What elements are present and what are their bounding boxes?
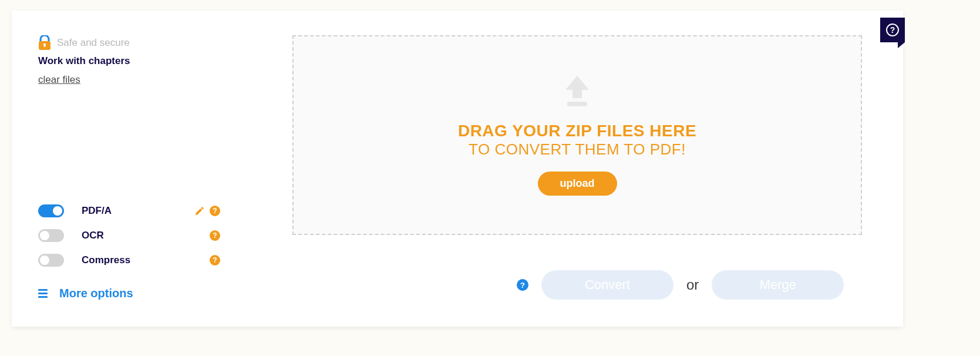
svg-rect-3 — [567, 102, 587, 106]
safe-secure-label: Safe and secure — [57, 37, 130, 49]
convert-button[interactable]: Convert — [541, 270, 673, 300]
corner-help-button[interactable]: ? — [880, 18, 905, 42]
work-with-chapters-label: Work with chapters — [38, 55, 261, 67]
svg-rect-2 — [44, 45, 45, 47]
clear-files-link[interactable]: clear files — [38, 74, 80, 86]
safe-secure-row: Safe and secure — [38, 35, 261, 51]
more-options-button[interactable]: More options — [38, 287, 133, 300]
upload-button[interactable]: upload — [538, 172, 617, 196]
toggle-label-ocr: OCR — [82, 230, 210, 241]
left-column: Safe and secure Work with chapters clear… — [38, 35, 261, 86]
main-card: Safe and secure Work with chapters clear… — [12, 11, 903, 327]
help-icon-actions[interactable]: ? — [517, 279, 528, 291]
merge-button[interactable]: Merge — [712, 270, 844, 300]
help-icon-pdfa[interactable]: ? — [210, 206, 220, 216]
toggle-ocr[interactable] — [38, 229, 64, 242]
dropzone[interactable]: DRAG YOUR ZIP FILES HERE TO CONVERT THEM… — [292, 35, 862, 235]
toggle-compress[interactable] — [38, 254, 64, 267]
help-icon-compress[interactable]: ? — [210, 255, 220, 266]
toggle-pdfa[interactable] — [38, 204, 64, 217]
toggle-label-pdfa: PDF/A — [82, 205, 194, 217]
pencil-icon[interactable] — [194, 206, 205, 216]
help-icon-ocr[interactable]: ? — [210, 230, 220, 241]
bottom-actions: ? Convert or Merge — [517, 270, 844, 300]
help-icon: ? — [886, 23, 899, 36]
toggle-list: PDF/A ? OCR ? Compress ? — [38, 199, 220, 273]
toggle-row-compress: Compress ? — [38, 248, 220, 273]
upload-icon — [557, 75, 598, 110]
drag-title: DRAG YOUR ZIP FILES HERE — [458, 122, 696, 140]
toggle-row-ocr: OCR ? — [38, 223, 220, 248]
drag-subtitle: TO CONVERT THEM TO PDF! — [469, 140, 686, 159]
or-label: or — [686, 277, 699, 293]
more-options-label: More options — [59, 287, 133, 300]
toggle-label-compress: Compress — [82, 254, 210, 266]
lock-icon — [38, 35, 51, 51]
hamburger-icon — [38, 289, 48, 298]
toggle-row-pdfa: PDF/A ? — [38, 199, 220, 223]
